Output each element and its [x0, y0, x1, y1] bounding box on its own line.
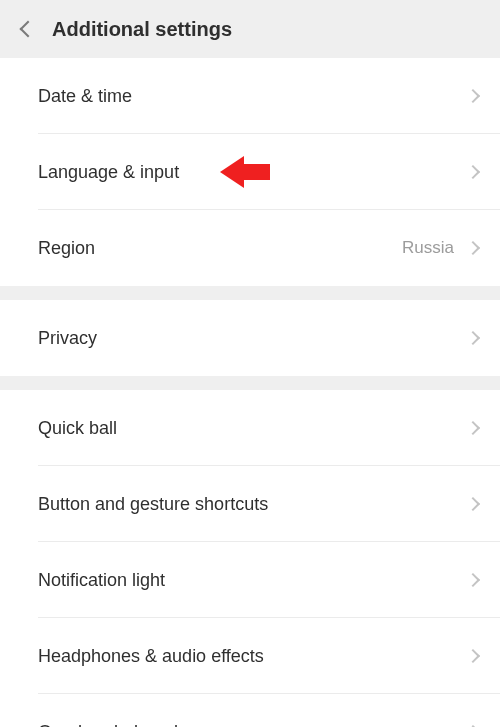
- row-label: Button and gesture shortcuts: [38, 494, 468, 515]
- row-label: Language & input: [38, 162, 468, 183]
- row-label: Region: [38, 238, 402, 259]
- chevron-right-icon: [466, 497, 480, 511]
- row-notification-light[interactable]: Notification light: [0, 542, 500, 618]
- row-privacy[interactable]: Privacy: [0, 300, 500, 376]
- chevron-right-icon: [466, 89, 480, 103]
- row-one-handed[interactable]: One-handed mode: [0, 694, 500, 727]
- section-features: Quick ball Button and gesture shortcuts …: [0, 390, 500, 727]
- header-bar: Additional settings: [0, 0, 500, 58]
- row-date-time[interactable]: Date & time: [0, 58, 500, 134]
- chevron-right-icon: [466, 421, 480, 435]
- chevron-right-icon: [466, 649, 480, 663]
- row-button-gesture[interactable]: Button and gesture shortcuts: [0, 466, 500, 542]
- chevron-right-icon: [466, 241, 480, 255]
- row-label: Notification light: [38, 570, 468, 591]
- row-label: Privacy: [38, 328, 468, 349]
- section-privacy: Privacy: [0, 300, 500, 376]
- row-label: Headphones & audio effects: [38, 646, 468, 667]
- row-label: One-handed mode: [38, 722, 468, 728]
- chevron-right-icon: [466, 573, 480, 587]
- row-language-input[interactable]: Language & input: [0, 134, 500, 210]
- row-headphones-audio[interactable]: Headphones & audio effects: [0, 618, 500, 694]
- back-icon[interactable]: [20, 21, 37, 38]
- row-label: Quick ball: [38, 418, 468, 439]
- row-value: Russia: [402, 238, 454, 258]
- row-label: Date & time: [38, 86, 468, 107]
- chevron-right-icon: [466, 165, 480, 179]
- row-quick-ball[interactable]: Quick ball: [0, 390, 500, 466]
- page-title: Additional settings: [52, 18, 232, 41]
- row-region[interactable]: Region Russia: [0, 210, 500, 286]
- section-general: Date & time Language & input Region Russ…: [0, 58, 500, 286]
- chevron-right-icon: [466, 331, 480, 345]
